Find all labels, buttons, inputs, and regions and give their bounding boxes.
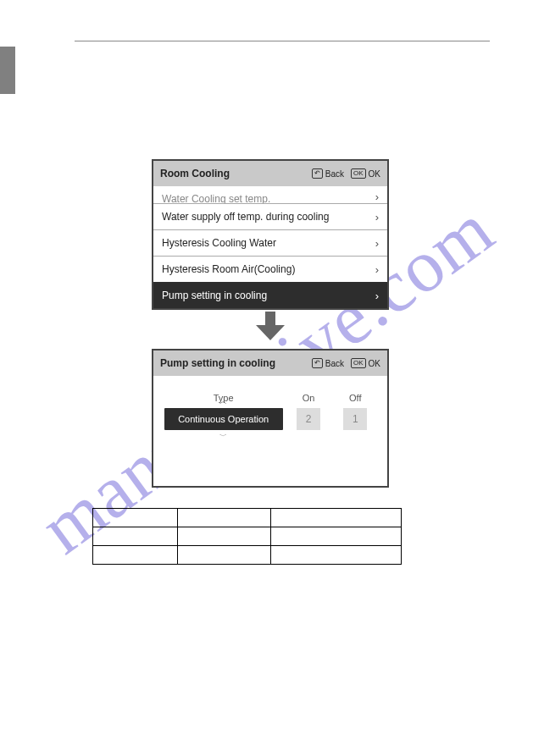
ok-button[interactable]: OK OK <box>351 168 380 179</box>
item-label: Pump setting in cooling <box>162 290 375 301</box>
ok-label: OK <box>369 169 380 179</box>
chevron-right-icon: › <box>375 211 379 223</box>
data-table <box>92 508 402 565</box>
chevron-right-icon: › <box>375 290 379 302</box>
table-cell <box>93 546 178 565</box>
on-value: 2 <box>297 408 320 430</box>
on-value-cell[interactable]: 2 <box>287 408 330 430</box>
param-values: ︿ Continuous Operation ﹀ 2 1 <box>153 408 387 430</box>
back-icon: ↶ <box>312 358 323 368</box>
titlebar: Pump setting in cooling ↶ Back OK OK <box>153 350 387 376</box>
table-row <box>93 509 402 527</box>
item-label: Hysteresis Room Air(Cooling) <box>162 263 375 275</box>
header-off: Off <box>334 393 376 403</box>
screen-pump-setting: Pump setting in cooling ↶ Back OK OK Typ… <box>152 349 389 488</box>
table-cell <box>271 527 402 546</box>
header-on: On <box>287 393 330 403</box>
list-item[interactable]: Hysteresis Cooling Water › <box>153 229 387 256</box>
type-value: Continuous Operation <box>164 408 283 430</box>
back-icon: ↶ <box>312 168 323 179</box>
ok-button[interactable]: OK OK <box>351 358 380 368</box>
back-label: Back <box>325 359 344 368</box>
ok-icon: OK <box>351 358 366 368</box>
back-button[interactable]: ↶ Back <box>312 168 344 179</box>
list-item[interactable]: Hysteresis Room Air(Cooling) › <box>153 256 387 282</box>
back-label: Back <box>325 169 344 179</box>
item-label: Water supply off temp. during cooling <box>162 211 375 223</box>
table-row <box>93 527 402 546</box>
table-cell <box>178 509 271 527</box>
ok-icon: OK <box>351 168 366 179</box>
table-cell <box>178 546 271 565</box>
table-cell <box>271 509 402 527</box>
chevron-down-icon[interactable]: ﹀ <box>219 431 227 442</box>
screen-title: Room Cooling <box>160 168 305 179</box>
chevron-right-icon: › <box>375 263 379 276</box>
item-label: Water Cooling set temp. <box>162 193 375 203</box>
top-rule <box>75 41 490 41</box>
screen-title: Pump setting in cooling <box>160 357 305 369</box>
list-item[interactable]: Water supply off temp. during cooling › <box>153 203 387 229</box>
list-item-selected[interactable]: Pump setting in cooling › <box>153 282 387 308</box>
list-item[interactable]: Water Cooling set temp. › <box>153 186 387 203</box>
param-headers: Type On Off <box>153 376 387 408</box>
chevron-right-icon: › <box>375 237 379 250</box>
chevron-right-icon: › <box>375 190 379 203</box>
table-row <box>93 546 402 565</box>
chevron-up-icon[interactable]: ︿ <box>219 396 227 407</box>
back-button[interactable]: ↶ Back <box>312 358 344 368</box>
type-stepper[interactable]: ︿ Continuous Operation ﹀ <box>164 408 283 430</box>
off-value-cell[interactable]: 1 <box>334 408 376 430</box>
table-cell <box>93 527 178 546</box>
table-cell <box>178 527 271 546</box>
ok-label: OK <box>369 359 380 368</box>
table-cell <box>271 546 402 565</box>
off-value: 1 <box>343 408 367 430</box>
titlebar: Room Cooling ↶ Back OK OK <box>153 161 387 186</box>
item-label: Hysteresis Cooling Water <box>162 237 375 249</box>
side-tab <box>0 47 15 94</box>
screen-room-cooling: Room Cooling ↶ Back OK OK Water Cooling … <box>152 159 389 310</box>
down-arrow-icon <box>254 312 286 342</box>
table-cell <box>93 509 178 527</box>
